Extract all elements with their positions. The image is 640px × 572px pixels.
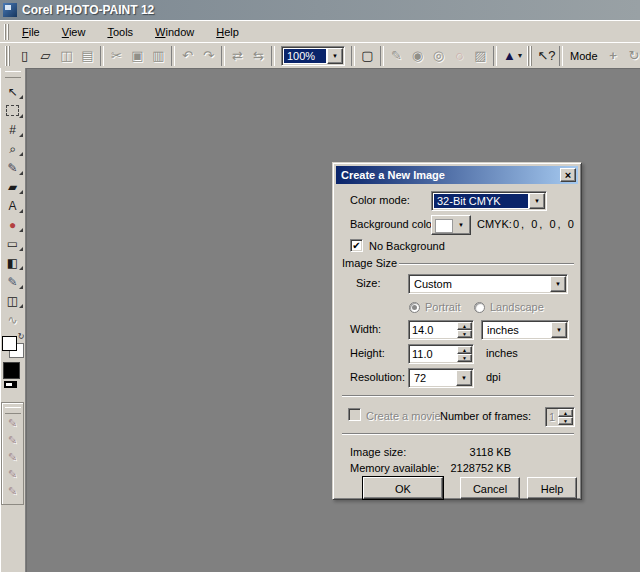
crop-tool[interactable]: # — [2, 120, 24, 139]
width-spin-down[interactable]: ▼ — [457, 330, 472, 338]
window-title: Corel PHOTO-PAINT 12 — [22, 3, 154, 17]
cmyk-label: CMYK: — [477, 218, 512, 231]
grid-icon: ▨ — [470, 46, 491, 66]
height-field[interactable]: 11.0 ▲ ▼ — [408, 344, 474, 364]
background-color-swatch-white — [435, 219, 453, 233]
close-icon[interactable]: × — [560, 168, 576, 182]
text-tool[interactable]: A — [2, 196, 24, 215]
cut-icon: ✂ — [106, 46, 127, 66]
color-control: ↻ — [1, 334, 25, 390]
background-color-dropdown-button[interactable]: ▼ — [453, 217, 469, 233]
mask-tool-icon — [6, 105, 19, 116]
divider — [342, 395, 574, 397]
eraser-tool[interactable]: ▰ — [2, 177, 24, 196]
width-field[interactable]: 14.0 ▲ ▼ — [408, 320, 474, 340]
toolbar-separator — [380, 46, 384, 66]
cancel-button[interactable]: Cancel — [460, 477, 520, 499]
width-spin-up[interactable]: ▲ — [457, 322, 472, 330]
resolution-value: 72 — [411, 371, 455, 385]
menubar-grip[interactable] — [4, 24, 9, 40]
copy-icon: ▣ — [127, 46, 148, 66]
menu-help[interactable]: Help — [208, 24, 247, 40]
frames-value: 1 — [549, 410, 557, 424]
zoom-dropdown-button[interactable]: ▼ — [327, 48, 343, 64]
export-icon: ⇆ — [248, 46, 269, 66]
toolbar-separator — [351, 46, 355, 66]
path-tool: ∿ — [2, 310, 24, 329]
menu-file[interactable]: File — [14, 24, 48, 40]
zoom-level-combo[interactable]: 100% ▼ — [281, 46, 345, 66]
size-combo[interactable]: Custom ▼ — [408, 274, 568, 294]
toolbox-grip[interactable] — [5, 71, 21, 78]
docker-brush-icon-5: ✎ — [8, 483, 17, 500]
docker-grip[interactable] — [5, 407, 21, 414]
height-spin-up[interactable]: ▲ — [457, 346, 472, 354]
divider — [342, 433, 574, 435]
mask-marquee-icon: ◌ — [449, 46, 470, 66]
rectangle-tool[interactable]: ▭ — [2, 234, 24, 253]
landscape-radio — [474, 302, 485, 313]
toolbox: ↖#⌕✎▰A●▭◧✎◫∿ ↻ ✎✎✎✎✎ — [0, 68, 26, 572]
application-launcher-icon[interactable]: ▲ — [499, 46, 520, 66]
whats-this-help-icon[interactable]: ↖? — [536, 46, 557, 66]
units-value: inches — [484, 323, 550, 337]
fill-color-swatch[interactable] — [3, 362, 20, 379]
image-sprayer-tool[interactable]: ◫ — [2, 291, 24, 310]
units-dropdown-button[interactable]: ▼ — [551, 322, 567, 338]
no-background-checkbox[interactable]: ✔ — [350, 239, 363, 252]
size-dropdown-button[interactable]: ▼ — [550, 276, 566, 292]
mode-rotate-icon: ↻ — [624, 46, 640, 66]
dialog-titlebar[interactable]: Create a New Image × — [336, 166, 578, 184]
group-divider — [399, 263, 574, 265]
color-mode-dropdown-button[interactable]: ▼ — [529, 193, 545, 209]
width-value: 14.0 — [412, 323, 456, 337]
docker-brush-icon-3: ✎ — [8, 449, 17, 466]
menu-window[interactable]: Window — [147, 24, 202, 40]
application-launcher-icon-dropdown[interactable]: ▾ — [518, 51, 522, 60]
resolution-dropdown-button[interactable]: ▼ — [456, 370, 472, 386]
fullscreen-preview-icon[interactable]: ▢ — [357, 46, 378, 66]
frames-spin-up: ▲ — [558, 409, 573, 417]
no-background-label: No Background — [369, 240, 445, 253]
zoom-tool[interactable]: ⌕ — [2, 139, 24, 158]
toolbar-grip[interactable] — [527, 46, 533, 66]
ok-button[interactable]: OK — [363, 477, 443, 499]
foreground-color-swatch[interactable] — [2, 336, 17, 351]
object-pick-tool[interactable]: ↖ — [2, 82, 24, 101]
background-color-label: Background color: — [350, 218, 439, 231]
image-size-label: Image size: — [350, 446, 406, 459]
paint-tool[interactable]: ● — [2, 215, 24, 234]
app-icon — [3, 3, 17, 17]
height-spin-down[interactable]: ▼ — [457, 354, 472, 362]
height-units-label: inches — [486, 347, 518, 360]
background-color-picker[interactable]: ▼ — [431, 215, 471, 235]
resolution-label: Resolution: — [350, 371, 405, 384]
toolbar-separator — [559, 46, 563, 66]
menu-tools[interactable]: Tools — [99, 24, 141, 40]
units-combo[interactable]: inches ▼ — [481, 320, 569, 340]
toolbar-separator — [100, 46, 104, 66]
color-mode-combo[interactable]: 32-Bit CMYK ▼ — [431, 191, 547, 211]
mask-transform-icon: ✎ — [386, 46, 407, 66]
width-label: Width: — [350, 323, 381, 336]
redo-icon: ↷ — [198, 46, 219, 66]
open-icon[interactable]: ▱ — [35, 46, 56, 66]
resolution-combo[interactable]: 72 ▼ — [408, 368, 474, 388]
eyedropper-tool[interactable]: ✎ — [2, 158, 24, 177]
save-icon: ◫ — [56, 46, 77, 66]
help-button[interactable]: Help — [527, 477, 577, 499]
fill-tool[interactable]: ◧ — [2, 253, 24, 272]
window-titlebar[interactable]: Corel PHOTO-PAINT 12 — [0, 0, 640, 20]
menu-view[interactable]: View — [54, 24, 94, 40]
brush-docker: ✎✎✎✎✎ — [1, 402, 24, 505]
color-mode-label: Color mode: — [350, 194, 410, 207]
image-size-group-label: Image Size — [342, 257, 397, 269]
zoom-level-value: 100% — [284, 49, 326, 63]
toolbar-separator — [221, 46, 225, 66]
mask-tool[interactable] — [2, 101, 24, 120]
toolbar-grip[interactable] — [5, 46, 11, 66]
brush-tool[interactable]: ✎ — [2, 272, 24, 291]
create-new-image-dialog: Create a New Image × Color mode: 32-Bit … — [332, 162, 582, 500]
new-icon[interactable]: ▯ — [14, 46, 35, 66]
swap-colors-icon[interactable]: ↻ — [18, 332, 25, 341]
